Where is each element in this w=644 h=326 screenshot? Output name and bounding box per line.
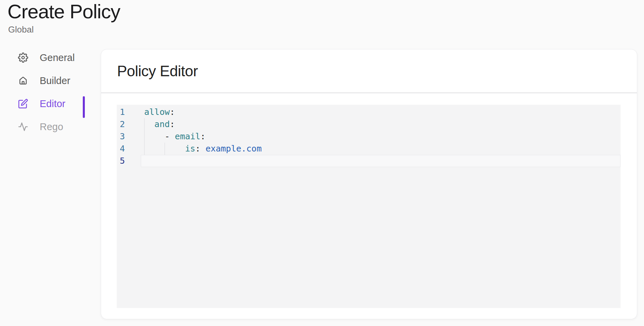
- home-icon: [18, 76, 28, 86]
- code-line-content: and:: [141, 118, 621, 130]
- sidebar-item-rego[interactable]: Rego: [0, 115, 86, 138]
- yaml-code-editor[interactable]: 1allow:2 and:3 - email:4 is: example.com…: [117, 105, 621, 308]
- page-subtitle: Global: [8, 24, 34, 35]
- code-line[interactable]: 4 is: example.com: [117, 143, 621, 155]
- code-line-content: - email:: [141, 130, 621, 143]
- line-number: 5: [117, 155, 141, 167]
- line-number: 1: [117, 106, 141, 118]
- code-line[interactable]: 3 - email:: [117, 130, 621, 143]
- code-line-content: allow:: [141, 106, 621, 118]
- sidebar-item-label: Rego: [40, 122, 63, 132]
- create-policy-page: Create Policy Global General Builder: [0, 0, 644, 326]
- policy-editor-card: Policy Editor 1allow:2 and:3 - email:4 i…: [101, 49, 637, 319]
- code-line-content: [141, 155, 621, 167]
- sidebar-item-general[interactable]: General: [0, 46, 86, 69]
- card-title: Policy Editor: [117, 63, 198, 80]
- code-line[interactable]: 5: [117, 155, 621, 167]
- sidebar-item-label: General: [40, 53, 75, 63]
- code-line-content: is: example.com: [141, 143, 621, 155]
- code-lines: 1allow:2 and:3 - email:4 is: example.com…: [117, 106, 621, 167]
- activity-icon: [18, 122, 28, 132]
- sidebar-item-builder[interactable]: Builder: [0, 69, 86, 92]
- sidebar-item-editor[interactable]: Editor: [0, 92, 86, 115]
- line-number: 4: [117, 143, 141, 155]
- policy-nav: General Builder Editor: [0, 46, 86, 138]
- sidebar-item-label: Editor: [40, 99, 65, 109]
- line-number: 2: [117, 118, 141, 130]
- sidebar-item-label: Builder: [40, 76, 70, 86]
- edit-icon: [18, 99, 28, 109]
- page-title: Create Policy: [7, 1, 120, 22]
- code-line[interactable]: 1allow:: [117, 106, 621, 118]
- line-number: 3: [117, 130, 141, 143]
- card-header: Policy Editor: [101, 49, 637, 93]
- active-tab-indicator: [83, 96, 85, 118]
- code-line[interactable]: 2 and:: [117, 118, 621, 130]
- gear-icon: [18, 53, 28, 63]
